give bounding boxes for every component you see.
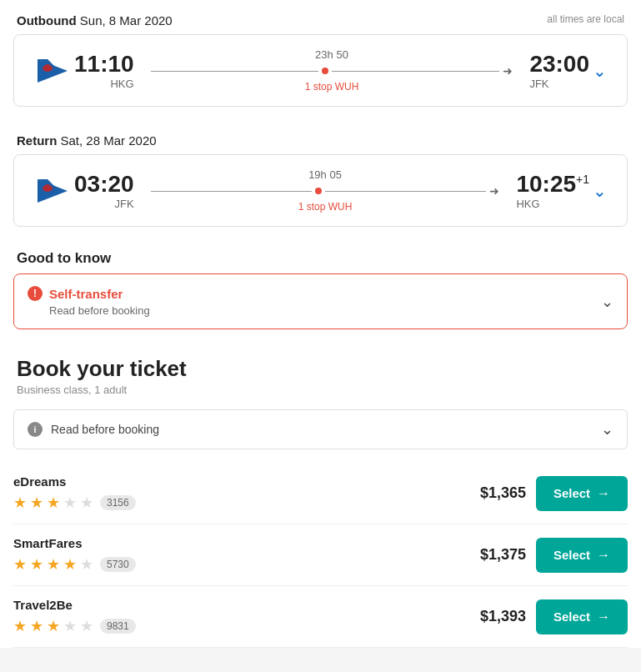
self-transfer-subtitle: Read before booking [28,304,150,317]
airline-logo-return [31,176,74,206]
star-1: ★ [13,494,27,512]
read-before-dropdown[interactable]: i Read before booking ⌄ [13,409,628,449]
edreams-name: eDreams [13,474,136,489]
star-4: ★ [63,555,77,574]
outbound-flight-info: 11:10 HKG 23h 50 ➜ 1 stop WUH 23:00 JFK [74,48,589,93]
svg-point-2 [43,65,53,72]
edreams-info: eDreams ★ ★ ★ ★ ★ 3156 [13,474,136,512]
outbound-depart-airport: HKG [74,78,134,90]
provider-card-smartfares: SmartFares ★ ★ ★ ★ ★ 5730 $1,375 Select … [13,524,628,586]
outbound-flight-card: 11:10 HKG 23h 50 ➜ 1 stop WUH 23:00 JFK [13,34,628,107]
line-left [151,191,312,192]
edreams-price: $1,365 [480,484,526,502]
star-3: ★ [47,617,60,635]
line-right [332,71,499,72]
star-4: ★ [63,494,77,512]
return-duration: 19h 05 ➜ 1 stop WUH [134,168,517,213]
warning-icon: ! [28,286,43,301]
stop-dot [315,188,322,194]
return-flight-info: 03:20 JFK 19h 05 ➜ 1 stop WUH 10:25+1 [74,168,589,213]
travel2be-name: Travel2Be [13,598,136,612]
star-1: ★ [13,617,27,635]
svg-marker-0 [38,59,68,83]
smartfares-name: SmartFares [13,536,136,550]
smartfares-info: SmartFares ★ ★ ★ ★ ★ 5730 [13,536,136,574]
return-date: Sat, 28 Mar 2020 [61,133,157,148]
return-arrive-airport: HKG [516,198,589,210]
return-depart-time: 03:20 [74,171,134,198]
outbound-duration: 23h 50 ➜ 1 stop WUH [134,48,530,93]
arrow-icon: ➜ [503,64,513,78]
travel2be-info: Travel2Be ★ ★ ★ ★ ★ 9831 [13,598,136,635]
select-arrow-icon: → [597,548,610,563]
return-expand-button[interactable]: ⌄ [589,178,610,204]
return-arrive-superscript: +1 [576,173,589,186]
provider-card-travel2be: Travel2Be ★ ★ ★ ★ ★ 9831 $1,393 Select → [13,586,628,648]
read-before-chevron: ⌄ [601,420,613,439]
star-2: ★ [30,555,43,574]
edreams-stars: ★ ★ ★ ★ ★ 3156 [13,494,136,512]
outbound-duration-text: 23h 50 [151,48,513,61]
return-header: Return Sat, 28 Mar 2020 [0,120,641,154]
travel2be-stars: ★ ★ ★ ★ ★ 9831 [13,617,136,635]
info-icon: i [28,422,43,437]
return-flight-card: 03:20 JFK 19h 05 ➜ 1 stop WUH 10:25+1 [13,154,628,227]
outbound-arrive: 23:00 JFK [529,51,589,90]
star-5: ★ [80,494,93,512]
edreams-review-count: 3156 [100,495,136,510]
self-transfer-card[interactable]: ! Self-transfer Read before booking ⌄ [13,273,628,329]
edreams-action: $1,365 Select → [480,476,628,511]
star-3: ★ [47,494,60,512]
outbound-arrive-airport: JFK [529,78,589,90]
return-route-line: ➜ [151,184,500,198]
self-transfer-chevron: ⌄ [601,293,613,311]
self-transfer-title-row: ! Self-transfer [28,286,150,301]
outbound-depart-time: 11:10 [74,51,134,78]
times-note: all times are local [547,13,624,25]
star-5: ★ [80,555,93,574]
good-to-know-title: Good to know [17,250,111,266]
select-arrow-icon: → [597,486,610,501]
travel2be-action: $1,393 Select → [480,599,628,634]
return-arrive: 10:25+1 HKG [516,171,589,210]
outbound-route-line: ➜ [151,64,513,78]
travel2be-review-count: 9831 [100,619,136,634]
provider-card-edreams: eDreams ★ ★ ★ ★ ★ 3156 $1,365 Select → [13,463,628,524]
return-arrive-time: 10:25+1 [516,171,589,198]
star-2: ★ [30,617,43,635]
outbound-header: Outbound Sun, 8 Mar 2020 all times are l… [0,0,641,34]
outbound-arrive-time: 23:00 [529,51,589,78]
star-3: ★ [47,555,60,574]
smartfares-action: $1,375 Select → [480,538,628,573]
self-transfer-info: ! Self-transfer Read before booking [28,286,150,317]
smartfares-price: $1,375 [480,546,526,564]
select-arrow-icon: → [597,609,610,624]
read-before-label: Read before booking [51,423,159,436]
line-right [325,191,486,192]
outbound-expand-button[interactable]: ⌄ [589,58,610,84]
airline-logo-outbound [31,56,74,86]
good-to-know-section: Good to know [0,240,641,273]
return-stops: 1 stop WUH [151,201,500,213]
book-section-header: Book your ticket Business class, 1 adult [0,343,641,399]
return-duration-text: 19h 05 [151,168,500,181]
smartfares-select-button[interactable]: Select → [536,538,628,573]
read-before-left: i Read before booking [28,422,159,437]
line-left [151,71,318,72]
outbound-stops: 1 stop WUH [151,81,513,93]
outbound-date: Sun, 8 Mar 2020 [80,13,173,28]
return-label: Return [17,133,57,148]
smartfares-review-count: 5730 [100,557,136,572]
star-5: ★ [80,617,93,635]
outbound-label: Outbound [17,13,77,28]
return-depart: 03:20 JFK [74,171,134,210]
outbound-depart: 11:10 HKG [74,51,134,90]
svg-point-5 [43,185,53,192]
stop-dot [322,68,328,74]
star-4: ★ [63,617,77,635]
edreams-select-button[interactable]: Select → [536,476,628,511]
svg-marker-3 [38,179,68,203]
travel2be-select-button[interactable]: Select → [536,599,628,634]
arrow-icon: ➜ [489,184,499,198]
self-transfer-label: Self-transfer [49,287,123,301]
